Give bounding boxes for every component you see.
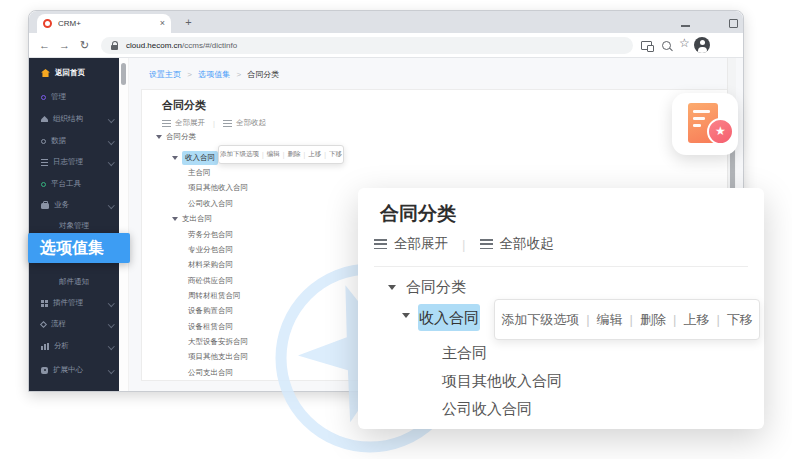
chevron-down-icon [108, 159, 114, 165]
selected-node-label[interactable]: 收入合同 [182, 151, 218, 165]
tree-node[interactable]: 商砼供应合同 [142, 275, 233, 287]
tree-node[interactable]: 主合同 [142, 167, 211, 179]
org-structure-icon [41, 116, 48, 122]
menu-move-up[interactable]: 上移 [308, 150, 321, 159]
menu-edit[interactable]: 编辑 [597, 311, 623, 329]
caret-down-icon[interactable] [172, 156, 178, 160]
breadcrumb-current: 合同分类 [247, 70, 279, 79]
tree-node[interactable]: 设备租赁合同 [142, 321, 233, 333]
admin-section-icon [41, 95, 46, 100]
caret-down-icon[interactable] [388, 285, 396, 290]
home-icon [41, 69, 50, 77]
breadcrumb: 设置主页 > 选项值集 > 合同分类 [149, 69, 279, 80]
chevron-down-icon [108, 343, 114, 349]
workflow-icon [40, 320, 47, 327]
profile-avatar[interactable] [694, 37, 710, 53]
sidebar-item-business[interactable]: 业务 [29, 199, 119, 211]
forward-icon[interactable]: → [59, 37, 70, 53]
menu-separator: | [324, 151, 326, 158]
collapse-all-icon [480, 239, 493, 249]
bookmark-star-icon[interactable]: ☆ [679, 36, 690, 50]
sidebar-item-log-management[interactable]: 日志管理 [29, 156, 119, 168]
caret-down-icon[interactable] [172, 217, 178, 221]
tree-node[interactable]: 项目其他支出合同 [142, 351, 248, 363]
window-minimize-button[interactable] [681, 25, 690, 27]
selected-node-income[interactable]: 收入合同 [418, 304, 480, 331]
url-bar[interactable]: cloud.hecom.cn /ccms/#/dictinfo [101, 37, 633, 54]
app-sidebar: 返回首页 管理 组织结构 数据 日志管理 [29, 58, 119, 391]
new-tab-button[interactable]: + [181, 15, 196, 30]
window-maximize-button[interactable] [729, 19, 738, 28]
menu-edit[interactable]: 编辑 [267, 150, 280, 159]
collapse-all-button[interactable]: 全部收起 [236, 118, 266, 128]
refresh-icon[interactable]: ↻ [80, 37, 89, 53]
expand-all-button[interactable]: 全部展开 [394, 235, 448, 253]
tree-node[interactable]: 公司收入合同 [442, 400, 532, 419]
option-valueset-callout[interactable]: 选项值集 [28, 233, 130, 263]
node-context-menu: 添加下级选项 | 编辑 | 删除 | 上移 | 下移 [494, 299, 760, 340]
sidebar-item-workflow[interactable]: 流程 [29, 318, 119, 330]
tab-title: CRM+ [58, 19, 160, 28]
plugin-grid-icon [41, 300, 48, 307]
collapse-all-button[interactable]: 全部收起 [500, 235, 554, 253]
sidebar-item-mail-notification[interactable]: 邮件通知 [29, 276, 119, 288]
browser-tab[interactable]: CRM+ × [37, 14, 171, 33]
caret-down-icon[interactable] [402, 313, 410, 318]
menu-move-up[interactable]: 上移 [683, 311, 709, 329]
tree-node[interactable]: 劳务分包合同 [142, 229, 233, 241]
sidebar-item-platform-tools[interactable]: 平台工具 [29, 178, 119, 190]
caret-down-icon[interactable] [156, 135, 162, 139]
tree-node[interactable]: 项目其他收入合同 [142, 182, 248, 194]
tree-node[interactable]: 公司支出合同 [142, 367, 233, 379]
menu-delete[interactable]: 删除 [640, 311, 666, 329]
data-clock-icon [41, 139, 46, 144]
send-to-devices-icon[interactable] [641, 41, 652, 50]
menu-separator: | [630, 312, 633, 327]
sidebar-scrollbar[interactable] [119, 58, 129, 391]
tree-node[interactable]: 设备购置合同 [142, 305, 233, 317]
tree-node-root[interactable]: 合同分类 [142, 131, 196, 143]
sidebar-item-home[interactable]: 返回首页 [29, 67, 119, 79]
tree-node-income-selected[interactable]: 收入合同 [142, 152, 218, 164]
url-path: /ccms/#/dictinfo [182, 41, 237, 50]
breadcrumb-section-link[interactable]: 选项值集 [198, 70, 230, 79]
back-icon[interactable]: ← [39, 37, 50, 53]
tree-node[interactable]: 专业分包合同 [142, 244, 233, 256]
toolbar-separator: | [213, 119, 215, 128]
chevron-down-icon [108, 202, 114, 208]
breadcrumb-separator: > [187, 70, 192, 79]
chevron-down-icon [108, 116, 114, 122]
sidebar-item-data[interactable]: 数据 [29, 135, 119, 147]
menu-add-child[interactable]: 添加下级选项 [220, 150, 259, 159]
expand-all-button[interactable]: 全部展开 [175, 118, 205, 128]
magnified-panel-title: 合同分类 [380, 201, 456, 227]
tree-node-root[interactable]: 合同分类 [406, 278, 466, 297]
sidebar-item-admin[interactable]: 管理 [29, 91, 119, 103]
tree-node[interactable]: 主合同 [442, 344, 487, 363]
menu-delete[interactable]: 删除 [288, 150, 301, 159]
menu-move-down[interactable]: 下移 [727, 311, 753, 329]
breadcrumb-separator: > [236, 70, 241, 79]
sidebar-item-org-structure[interactable]: 组织结构 [29, 113, 119, 125]
tab-close-icon[interactable]: × [160, 19, 165, 28]
tree-node[interactable]: 项目其他收入合同 [442, 372, 562, 391]
sidebar-item-analysis[interactable]: 分析 [29, 340, 119, 352]
tree-node[interactable]: 公司收入合同 [142, 198, 233, 210]
sidebar-scrollbar-thumb[interactable] [121, 63, 126, 85]
sidebar-item-object-management[interactable]: 对象管理 [29, 220, 119, 232]
tree-node[interactable]: 周转材租赁合同 [142, 290, 241, 302]
menu-separator: | [716, 312, 719, 327]
panel-title: 合同分类 [162, 98, 206, 113]
tree-node[interactable]: 大型设备安拆合同 [142, 336, 248, 348]
menu-move-down[interactable]: 下移 [329, 150, 342, 159]
browser-titlebar: CRM+ × + [29, 11, 743, 33]
node-context-menu: 添加下级选项 | 编辑 | 删除 | 上移 | 下移 [218, 145, 344, 164]
menu-separator: | [586, 312, 589, 327]
tree-node[interactable]: 材料采购合同 [142, 259, 233, 271]
breadcrumb-home-link[interactable]: 设置主页 [149, 70, 181, 79]
menu-add-child[interactable]: 添加下级选项 [501, 311, 579, 329]
sidebar-item-plugin-management[interactable]: 插件管理 [29, 297, 119, 309]
sidebar-item-extension-center[interactable]: 扩展中心 [29, 364, 119, 376]
tree-node-expense[interactable]: 支出合同 [142, 213, 212, 225]
zoom-icon[interactable] [662, 41, 671, 50]
